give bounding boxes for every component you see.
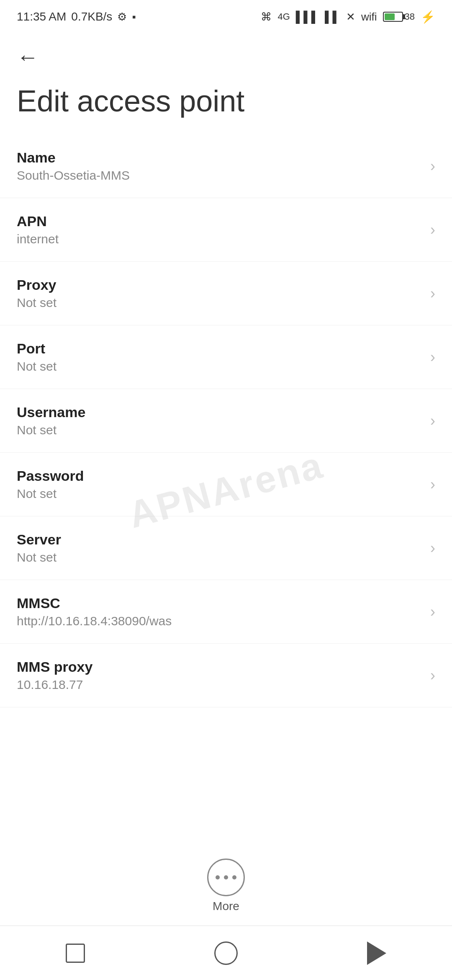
status-left: 11:35 AM 0.7KB/s ⚙ ▪ <box>17 10 136 23</box>
chevron-right-icon-3: › <box>430 348 435 366</box>
more-dots-icon <box>216 875 236 879</box>
chevron-right-icon-8: › <box>430 667 435 684</box>
settings-item-content-8: MMS proxy10.16.18.77 <box>17 659 422 692</box>
settings-item-content-5: PasswordNot set <box>17 468 422 501</box>
charging-icon: ⚡ <box>421 10 435 24</box>
settings-item-content-3: PortNot set <box>17 340 422 374</box>
settings-value-7: http://10.16.18.4:38090/was <box>17 614 422 628</box>
top-navigation: ← <box>0 34 452 76</box>
settings-label-5: Password <box>17 468 422 484</box>
settings-item-mmsc[interactable]: MMSChttp://10.16.18.4:38090/was› <box>0 580 452 644</box>
wifi-icon: wifi <box>361 10 377 23</box>
home-button[interactable] <box>209 936 243 970</box>
settings-item-username[interactable]: UsernameNot set› <box>0 389 452 453</box>
settings-item-content-1: APNinternet <box>17 213 422 246</box>
more-label: More <box>213 900 239 913</box>
more-circle-icon <box>207 859 245 896</box>
settings-item-apn[interactable]: APNinternet› <box>0 198 452 262</box>
bottom-navigation-bar <box>0 926 452 980</box>
chevron-right-icon-7: › <box>430 603 435 621</box>
settings-value-1: internet <box>17 232 422 246</box>
chevron-right-icon-6: › <box>430 539 435 557</box>
settings-item-content-0: NameSouth-Ossetia-MMS <box>17 150 422 183</box>
recents-icon <box>66 944 85 963</box>
status-right: ⌘ 4G ▌▌▌ ▌▌ ✕ wifi 38 ⚡ <box>261 10 435 24</box>
battery-indicator: 38 <box>383 11 415 22</box>
settings-item-server[interactable]: ServerNot set› <box>0 516 452 580</box>
more-button[interactable]: More <box>207 859 245 913</box>
back-button[interactable]: ← <box>17 45 39 69</box>
settings-item-content-7: MMSChttp://10.16.18.4:38090/was <box>17 595 422 628</box>
chevron-right-icon-2: › <box>430 285 435 302</box>
back-icon <box>367 941 386 965</box>
settings-value-0: South-Ossetia-MMS <box>17 168 422 183</box>
battery-percent: 38 <box>405 11 415 22</box>
settings-list: NameSouth-Ossetia-MMS›APNinternet›ProxyN… <box>0 134 452 707</box>
signal-x-icon: ✕ <box>346 10 355 23</box>
settings-label-2: Proxy <box>17 277 422 293</box>
settings-value-5: Not set <box>17 487 422 501</box>
settings-value-6: Not set <box>17 550 422 565</box>
settings-item-mms-proxy[interactable]: MMS proxy10.16.18.77› <box>0 644 452 707</box>
settings-label-7: MMSC <box>17 595 422 611</box>
settings-item-content-2: ProxyNot set <box>17 277 422 310</box>
back-nav-button[interactable] <box>360 936 393 970</box>
time-display: 11:35 AM <box>17 10 66 23</box>
settings-label-6: Server <box>17 531 422 548</box>
settings-value-2: Not set <box>17 296 422 310</box>
signal-bars-icon: ▌▌▌ <box>296 10 319 23</box>
settings-item-content-6: ServerNot set <box>17 531 422 565</box>
settings-value-4: Not set <box>17 423 422 437</box>
chevron-right-icon-5: › <box>430 476 435 493</box>
recents-button[interactable] <box>59 936 92 970</box>
bluetooth-icon: ⌘ <box>261 10 272 23</box>
home-icon <box>214 941 238 965</box>
settings-item-proxy[interactable]: ProxyNot set› <box>0 262 452 325</box>
signal-bars-2-icon: ▌▌ <box>325 10 340 23</box>
settings-label-1: APN <box>17 213 422 230</box>
status-bar: 11:35 AM 0.7KB/s ⚙ ▪ ⌘ 4G ▌▌▌ ▌▌ ✕ wifi … <box>0 0 452 34</box>
video-icon: ▪ <box>132 10 136 23</box>
settings-value-8: 10.16.18.77 <box>17 678 422 692</box>
settings-label-4: Username <box>17 404 422 420</box>
settings-icon: ⚙ <box>117 10 127 23</box>
settings-item-content-4: UsernameNot set <box>17 404 422 437</box>
chevron-right-icon-1: › <box>430 221 435 239</box>
settings-label-8: MMS proxy <box>17 659 422 675</box>
page-title: Edit access point <box>0 76 452 134</box>
network-speed: 0.7KB/s <box>71 10 112 23</box>
settings-item-name[interactable]: NameSouth-Ossetia-MMS› <box>0 134 452 198</box>
settings-value-3: Not set <box>17 359 422 374</box>
settings-label-3: Port <box>17 340 422 357</box>
settings-item-port[interactable]: PortNot set› <box>0 325 452 389</box>
settings-label-0: Name <box>17 150 422 166</box>
chevron-right-icon-4: › <box>430 412 435 430</box>
settings-item-password[interactable]: PasswordNot set› <box>0 453 452 516</box>
chevron-right-icon-0: › <box>430 157 435 175</box>
signal-4g-icon: 4G <box>277 11 290 22</box>
